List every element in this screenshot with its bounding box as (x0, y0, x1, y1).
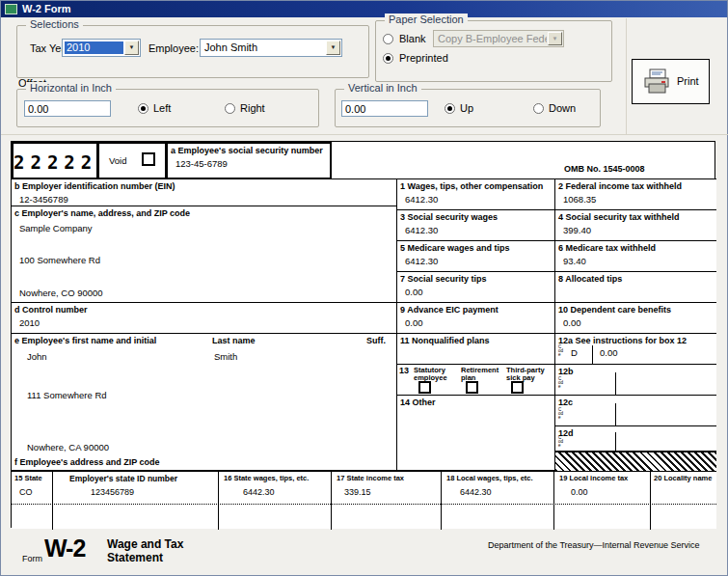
box11-label: 11 Nonqualified plans (397, 334, 554, 345)
ein-label: b Employer identification number (EIN) (12, 179, 396, 191)
box9-value: 0.00 (405, 317, 554, 328)
box8-allocated-tips: 8 Allocated tips (555, 272, 716, 303)
preprinted-radio[interactable] (383, 53, 393, 64)
employer-address-box: c Employer's name, address, and ZIP code… (12, 206, 397, 303)
void-label: Void (109, 155, 127, 166)
box3-value: 6412.30 (405, 225, 554, 235)
form-title-line1: Wage and Tax (107, 537, 183, 551)
tax-year-select[interactable]: 2010 ▼ (62, 39, 141, 57)
box12a-code-caption: Code (558, 345, 563, 357)
form-word: Form (22, 554, 42, 563)
box9-label: 9 Advance EIC payment (397, 303, 554, 315)
employer-street: 100 Somewhere Rd (19, 255, 100, 265)
copy-type-value: Copy B-Employee Federal (436, 33, 547, 44)
ssn-box: a Employee's social security number 123-… (166, 142, 332, 179)
box1-wages: 1 Wages, tips, other compensation 6412.3… (397, 179, 555, 210)
box3-ss-wages: 3 Social security wages 6412.30 (397, 210, 555, 241)
form-title-line2: Statement (107, 551, 163, 564)
w2-form-window: W-2 Form Selections Tax Year 2010 ▼ Empl… (0, 0, 728, 576)
statutory-employee-label: Statutoryemployee (414, 367, 447, 382)
up-radio-label[interactable]: Up (460, 102, 473, 114)
box10-value: 0.00 (563, 317, 716, 328)
employee-label: Employee: (148, 42, 199, 54)
box2-label: 2 Federal income tax withheld (555, 179, 716, 191)
print-button[interactable]: Print (632, 59, 710, 104)
box11-nonqualified: 11 Nonqualified plans (397, 334, 555, 365)
box19-label: 19 Local income tax (559, 475, 628, 482)
control-number-label: d Control number (12, 303, 396, 315)
right-radio[interactable] (225, 103, 235, 114)
box12c-divider (615, 403, 616, 425)
box15-value: CO (19, 487, 33, 497)
omb-number: OMB No. 1545-0008 (564, 164, 645, 174)
panel-divider-horizontal (1, 134, 728, 135)
print-button-label: Print (677, 75, 699, 87)
blank-radio-label[interactable]: Blank (399, 33, 426, 44)
blank-radio[interactable] (383, 34, 393, 44)
box5-value: 6412.30 (405, 256, 554, 266)
box12c-label: 12c (555, 396, 716, 407)
app-icon (5, 4, 17, 14)
employee-name-address-box: e Employee's first name and initial Last… (12, 334, 397, 471)
box12b-code-caption: Code (558, 377, 563, 389)
employee-value: John Smith (202, 41, 325, 54)
employee-city: Nowhere, CA 90000 (27, 442, 109, 453)
box7-label: 7 Social security tips (397, 272, 554, 284)
box12a-divider (592, 345, 593, 364)
state-id-label: Employer's state ID number (69, 475, 177, 482)
state-row-dotted-divider (12, 504, 716, 505)
horizontal-offset-input[interactable] (24, 100, 111, 117)
left-radio-label[interactable]: Left (153, 102, 171, 114)
vertical-offset-input[interactable] (341, 100, 428, 117)
down-radio[interactable] (533, 103, 544, 114)
selections-group-label: Selections (26, 18, 83, 30)
tax-year-value: 2010 (65, 41, 123, 54)
chevron-down-icon[interactable]: ▼ (124, 41, 139, 55)
chevron-down-icon: ▼ (548, 32, 562, 45)
box12b-divider (615, 372, 616, 395)
box20-label: 20 Locality name (654, 475, 712, 482)
box18-label: 18 Local wages, tips, etc. (446, 475, 533, 482)
box5-label: 5 Medicare wages and tips (397, 241, 554, 253)
box12c: 12c Code (555, 396, 716, 426)
retirement-plan-checkbox (466, 381, 478, 394)
title-bar[interactable]: W-2 Form (1, 1, 727, 17)
employee-street: 111 Somewhere Rd (27, 390, 107, 400)
chevron-down-icon[interactable]: ▼ (326, 41, 340, 55)
box12d-divider (615, 432, 616, 451)
box2-value: 1068.35 (563, 194, 716, 205)
box5-medicare-wages: 5 Medicare wages and tips 6412.30 (397, 241, 555, 272)
control-number-value: 2010 (19, 317, 396, 328)
right-radio-label[interactable]: Right (240, 102, 265, 114)
ssn-label: a Employee's social security number (168, 144, 330, 155)
box9-eic: 9 Advance EIC payment 0.00 (397, 303, 555, 334)
control-code-box: 22222 (12, 142, 98, 179)
statutory-employee-checkbox (418, 381, 431, 394)
employee-select[interactable]: John Smith ▼ (200, 39, 342, 57)
state-local-table: 15 State CO Employer's state ID number 1… (12, 471, 716, 529)
preprinted-radio-label[interactable]: Preprinted (399, 52, 448, 64)
hatched-area (555, 452, 716, 471)
vertical-offset-group-label: Vertical in Inch (344, 82, 421, 94)
left-radio[interactable] (138, 103, 148, 114)
employee-address-zip-label: f Employee's address and ZIP code (12, 455, 160, 467)
ein-value: 12-3456789 (19, 194, 396, 205)
box13-checkboxes: 13 Statutoryemployee Retirementplan Thir… (397, 365, 555, 396)
up-radio[interactable] (445, 103, 455, 114)
box14-label: 14 Other (397, 396, 554, 407)
box14-other: 14 Other (397, 396, 555, 471)
box12d-label: 12d (555, 426, 716, 438)
third-party-sick-pay-checkbox (511, 381, 524, 394)
down-radio-label[interactable]: Down (549, 102, 576, 114)
void-box: Void (97, 142, 167, 179)
box6-medicare-tax: 6 Medicare tax withheld 93.40 (555, 241, 716, 272)
suffix-label: Suff. (364, 334, 386, 345)
box16-label: 16 State wages, tips, etc. (224, 475, 309, 482)
box2-federal-tax: 2 Federal income tax withheld 1068.35 (555, 179, 716, 210)
box18-value: 6442.30 (460, 487, 492, 497)
box16-value: 6442.30 (243, 487, 275, 497)
control-number-box: d Control number 2010 (12, 303, 397, 334)
box1-value: 6412.30 (405, 194, 554, 205)
box4-label: 4 Social security tax withheld (555, 210, 716, 222)
panel-divider-vertical (626, 18, 627, 134)
